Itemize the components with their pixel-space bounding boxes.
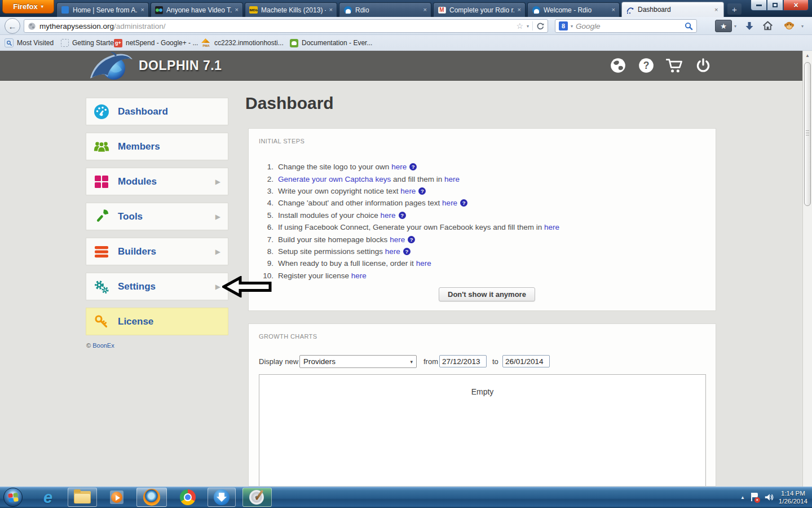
new-tab-button[interactable]: +: [727, 3, 742, 15]
initial-steps-list: 1.Change the site logo to your own here?…: [259, 161, 559, 282]
search-bar[interactable]: 8 ▾: [555, 19, 697, 33]
step-link[interactable]: here: [416, 259, 431, 268]
step-link[interactable]: here: [544, 223, 559, 231]
dismiss-button[interactable]: Don't show it anymore: [439, 287, 535, 301]
help-icon[interactable]: ?: [460, 199, 467, 207]
bookmarks-dropdown-icon[interactable]: ▾: [734, 24, 736, 29]
scroll-up-arrow[interactable]: ▲: [803, 52, 812, 59]
step-link[interactable]: here: [444, 175, 460, 183]
settings-gears-icon: [94, 279, 109, 295]
initial-step: 6.If using Facebook Connect, Generate yo…: [259, 221, 559, 233]
step-link[interactable]: here: [400, 187, 416, 195]
tab-close-icon[interactable]: ×: [141, 7, 144, 13]
scrollbar-thumb[interactable]: [804, 62, 811, 206]
power-icon[interactable]: [695, 58, 711, 73]
step-link[interactable]: here: [381, 211, 396, 220]
help-icon[interactable]: ?: [408, 236, 415, 243]
help-icon[interactable]: ?: [399, 212, 406, 219]
step-link[interactable]: Generate your own Captcha keys: [278, 175, 391, 183]
tab-close-icon[interactable]: ×: [714, 7, 718, 13]
tab-welcome-rdio[interactable]: Welcome - Rdio ×: [527, 2, 620, 17]
help-icon[interactable]: ?: [409, 163, 417, 170]
back-button[interactable]: ←: [5, 18, 20, 34]
cart-icon[interactable]: [665, 58, 685, 73]
help-icon[interactable]: ?: [638, 58, 654, 73]
step-link[interactable]: here: [442, 199, 457, 207]
bookmark-most-visited[interactable]: Most Visited: [5, 37, 54, 49]
step-link[interactable]: here: [391, 163, 407, 171]
action-center-flag-icon[interactable]: ×: [749, 492, 760, 502]
sidebar-item-license[interactable]: License: [86, 308, 228, 335]
sidebar-item-dashboard[interactable]: Dashboard: [86, 98, 228, 125]
tab-rdio[interactable]: Rdio ×: [339, 2, 431, 17]
tab-close-icon[interactable]: ×: [518, 7, 521, 13]
tab-close-icon[interactable]: ×: [423, 7, 427, 13]
sidebar-item-settings[interactable]: Settings ▶: [86, 273, 228, 300]
display-new-select[interactable]: Providers ▾: [299, 355, 417, 368]
tab-close-icon[interactable]: ×: [329, 7, 333, 13]
sidebar-label: Tools: [118, 211, 143, 222]
step-link[interactable]: here: [385, 247, 400, 256]
show-hidden-icons[interactable]: ▲: [740, 495, 745, 500]
sidebar-item-tools[interactable]: Tools ▶: [86, 203, 228, 230]
taskbar-explorer-icon[interactable]: [68, 488, 97, 507]
to-date-input[interactable]: [502, 355, 550, 367]
taskbar-clock[interactable]: 1:14 PM 1/26/2014: [779, 489, 807, 505]
downloads-button[interactable]: [744, 21, 754, 33]
monkey-addon-icon[interactable]: [784, 20, 795, 33]
toolbar-overflow-icon[interactable]: ▾: [801, 24, 804, 29]
bookmark-getting-started[interactable]: Getting Started: [61, 37, 118, 49]
chevron-down-icon: ▾: [410, 359, 413, 365]
taskbar-media-player-icon[interactable]: [104, 488, 130, 507]
search-engine-dropdown-icon[interactable]: ▾: [571, 24, 573, 29]
step-number: 10.: [259, 271, 273, 280]
from-date-input[interactable]: [439, 355, 487, 367]
reload-icon[interactable]: [536, 22, 544, 30]
firefox-menu-button[interactable]: Firefox ▾: [2, 0, 54, 14]
tab-machete-kills[interactable]: IMDb Machete Kills (2013) - ... ×: [245, 2, 337, 17]
step-link[interactable]: here: [390, 235, 405, 244]
tab-video[interactable]: Anyone have Video T... ×: [151, 2, 243, 17]
url-bar[interactable]: mytherapysession.org/administration/ ☆ ▾: [24, 19, 548, 33]
taskbar-firefox-icon[interactable]: [136, 488, 167, 507]
tab-dashboard-active[interactable]: Dashboard ×: [621, 2, 724, 17]
bookmark-documentation-evernote[interactable]: Documentation - Ever...: [290, 37, 372, 49]
help-icon[interactable]: ?: [418, 187, 426, 195]
initial-step: 7.Build your site homepage blocks here?: [259, 233, 559, 245]
taskbar-download-app-icon[interactable]: [208, 488, 236, 507]
help-icon[interactable]: ?: [403, 248, 411, 255]
page-scrollbar[interactable]: ▲: [802, 51, 812, 487]
language-globe-icon[interactable]: [610, 58, 626, 73]
taskbar-chrome-icon[interactable]: [175, 488, 201, 507]
search-input[interactable]: [576, 22, 682, 30]
bookmark-inmotion-pma[interactable]: PMA cc2232.inmotionhosti...: [201, 37, 284, 49]
taskbar-disc-burner-icon[interactable]: [242, 488, 272, 507]
dolphin-favicon: [626, 6, 634, 14]
close-button[interactable]: ×: [783, 0, 809, 11]
url-dropdown-icon[interactable]: ▾: [527, 24, 529, 29]
sidebar-item-members[interactable]: Members: [86, 133, 228, 160]
tab-home-serve[interactable]: Home | Serve from A... ×: [56, 2, 149, 17]
sidebar-item-modules[interactable]: Modules ▶: [86, 168, 228, 195]
restore-button[interactable]: [767, 0, 783, 11]
tab-gmail-rdio[interactable]: M Complete your Rdio r... ×: [433, 2, 526, 17]
tab-close-icon[interactable]: ×: [235, 7, 239, 13]
boonex-copyright[interactable]: © BoonEx: [86, 342, 114, 349]
start-button[interactable]: [3, 488, 23, 507]
volume-icon[interactable]: [764, 492, 774, 502]
initial-step: 8.Setup site permissions settings here?: [259, 246, 559, 257]
url-path: /administration/: [114, 22, 166, 30]
step-link[interactable]: here: [351, 271, 367, 280]
tab-close-icon[interactable]: ×: [612, 7, 615, 13]
search-icon[interactable]: [685, 22, 693, 30]
minimize-button[interactable]: [751, 0, 767, 11]
submenu-arrow-icon: ▶: [215, 248, 220, 256]
sidebar-item-builders[interactable]: Builders ▶: [86, 238, 228, 265]
bookmark-star-icon[interactable]: ☆: [516, 21, 523, 30]
boonex-link[interactable]: BoonEx: [92, 342, 114, 349]
show-bookmarks-button[interactable]: ★: [715, 20, 732, 32]
taskbar-ie-icon[interactable]: e: [35, 488, 61, 507]
builders-icon: [94, 244, 109, 260]
bookmark-netspend-gplus[interactable]: g+ netSpend - Google+ - ...: [114, 37, 198, 49]
home-button[interactable]: [762, 20, 773, 33]
